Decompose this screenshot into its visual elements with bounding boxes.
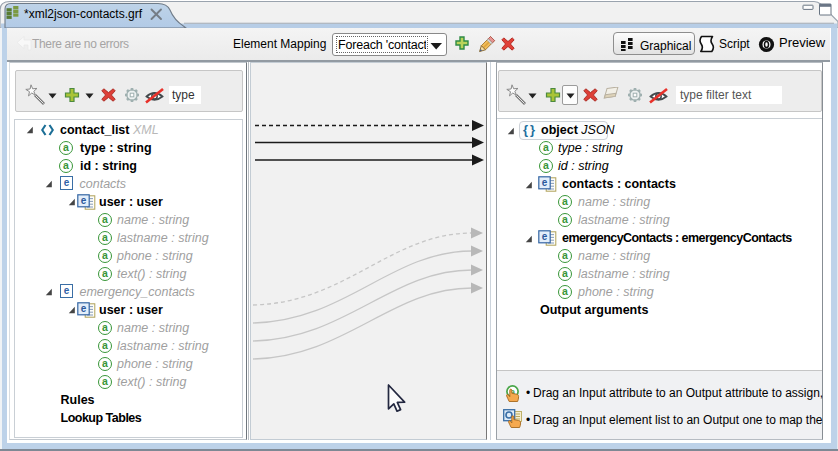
svg-text:e: e (542, 231, 548, 242)
svg-text:e: e (81, 303, 87, 314)
svg-text:e: e (81, 195, 87, 206)
svg-text:e: e (542, 177, 548, 188)
